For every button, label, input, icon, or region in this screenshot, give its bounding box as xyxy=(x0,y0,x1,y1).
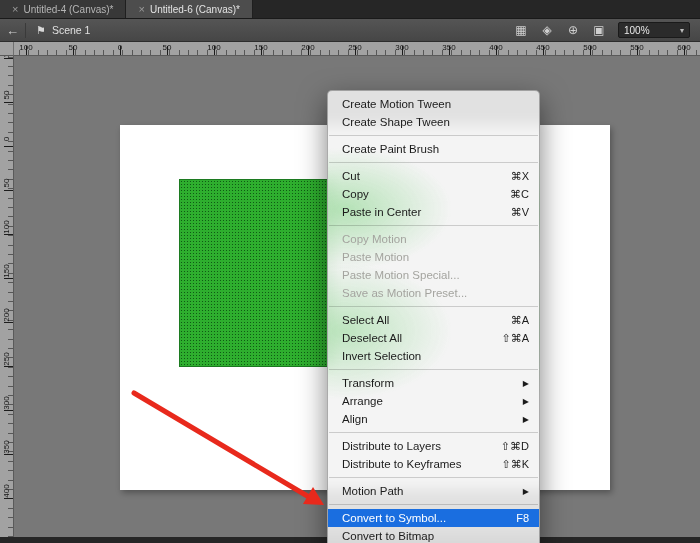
menu-item-label: Convert to Bitmap xyxy=(342,530,529,542)
context-menu: Create Motion TweenCreate Shape TweenCre… xyxy=(327,90,540,543)
menu-item-align[interactable]: Align▶ xyxy=(328,410,539,428)
ruler-label: 350 xyxy=(2,440,12,454)
ruler-label: 50 xyxy=(2,176,12,190)
selected-green-rectangle[interactable] xyxy=(180,180,330,366)
menu-item-arrange[interactable]: Arrange▶ xyxy=(328,392,539,410)
submenu-arrow-icon: ▶ xyxy=(523,487,529,496)
tab-untitled-4[interactable]: × Untitled-4 (Canvas)* xyxy=(0,0,126,18)
zoom-level-dropdown[interactable]: 100% ▾ xyxy=(618,22,690,38)
menu-item-label: Copy Motion xyxy=(342,233,529,245)
tab-untitled-6[interactable]: × Untitled-6 (Canvas)* xyxy=(126,0,252,18)
ruler-label: 50 xyxy=(163,43,172,52)
menu-item-label: Align xyxy=(342,413,511,425)
menu-item-save-as-motion-preset: Save as Motion Preset... xyxy=(328,284,539,302)
menu-item-label: Copy xyxy=(342,188,498,200)
animate-app-window: × Untitled-4 (Canvas)* × Untitled-6 (Can… xyxy=(0,0,700,543)
ruler-label: 250 xyxy=(2,352,12,366)
ruler-label: 350 xyxy=(442,43,455,52)
ruler-label: 50 xyxy=(2,88,12,102)
menu-item-label: Paste Motion xyxy=(342,251,529,263)
submenu-arrow-icon: ▶ xyxy=(523,397,529,406)
menu-item-label: Transform xyxy=(342,377,511,389)
ruler-label: 450 xyxy=(536,43,549,52)
menu-separator xyxy=(329,135,538,136)
menu-item-deselect-all[interactable]: Deselect All⇧⌘A xyxy=(328,329,539,347)
horizontal-ruler: 1005005010015020025030035040045050055060… xyxy=(0,42,700,56)
ruler-major-tick xyxy=(4,102,13,103)
menu-item-invert-selection[interactable]: Invert Selection xyxy=(328,347,539,365)
ruler-major-tick xyxy=(4,190,13,191)
menu-item-label: Distribute to Keyframes xyxy=(342,458,489,470)
menu-item-label: Create Motion Tween xyxy=(342,98,529,110)
ruler-label: 100 xyxy=(19,43,32,52)
ruler-label: 0 xyxy=(2,132,12,146)
menu-item-create-paint-brush[interactable]: Create Paint Brush xyxy=(328,140,539,158)
submenu-arrow-icon: ▶ xyxy=(523,415,529,424)
menu-item-label: Create Paint Brush xyxy=(342,143,529,155)
menu-item-create-motion-tween[interactable]: Create Motion Tween xyxy=(328,95,539,113)
ruler-major-tick xyxy=(4,366,13,367)
tab-close-icon[interactable]: × xyxy=(138,4,144,15)
ruler-major-tick xyxy=(4,58,13,59)
ruler-label: 200 xyxy=(2,308,12,322)
menu-item-motion-path[interactable]: Motion Path▶ xyxy=(328,482,539,500)
menu-item-convert-to-symbol[interactable]: Convert to Symbol...F8 xyxy=(328,509,539,527)
tab-close-icon[interactable]: × xyxy=(12,4,18,15)
menu-item-convert-to-bitmap[interactable]: Convert to Bitmap xyxy=(328,527,539,543)
edit-scene-icon[interactable]: ▦ xyxy=(508,23,534,37)
ruler-label: 400 xyxy=(2,484,12,498)
menu-separator xyxy=(329,225,538,226)
scene-icon: ⚑ xyxy=(36,24,46,37)
scene-label: Scene 1 xyxy=(52,24,91,36)
menu-item-label: Deselect All xyxy=(342,332,489,344)
ruler-label: 0 xyxy=(118,43,122,52)
back-button[interactable]: ← xyxy=(0,23,26,38)
ruler-label: 300 xyxy=(2,396,12,410)
ruler-label: 600 xyxy=(677,43,690,52)
ruler-label: 500 xyxy=(583,43,596,52)
menu-item-label: Distribute to Layers xyxy=(342,440,489,452)
menu-item-shortcut: ⌘V xyxy=(511,206,529,219)
menu-item-distribute-to-layers[interactable]: Distribute to Layers⇧⌘D xyxy=(328,437,539,455)
menu-item-label: Convert to Symbol... xyxy=(342,512,504,524)
menu-item-transform[interactable]: Transform▶ xyxy=(328,374,539,392)
menu-item-shortcut: ⇧⌘D xyxy=(501,440,529,453)
ruler-major-tick xyxy=(4,278,13,279)
ruler-label: 100 xyxy=(2,56,12,58)
ruler-label: 100 xyxy=(2,220,12,234)
ruler-label: 100 xyxy=(207,43,220,52)
menu-item-shortcut: ⌘C xyxy=(510,188,529,201)
vertical-ruler: 10050050100150200250300350400 xyxy=(0,56,14,537)
clip-options-icon[interactable]: ▣ xyxy=(586,23,612,37)
menu-item-create-shape-tween[interactable]: Create Shape Tween xyxy=(328,113,539,131)
menu-item-distribute-to-keyframes[interactable]: Distribute to Keyframes⇧⌘K xyxy=(328,455,539,473)
ruler-label: 550 xyxy=(630,43,643,52)
menu-separator xyxy=(329,504,538,505)
chevron-down-icon: ▾ xyxy=(680,26,684,35)
edit-symbols-icon[interactable]: ◈ xyxy=(534,23,560,37)
menu-separator xyxy=(329,432,538,433)
ruler-major-tick xyxy=(4,498,13,499)
menu-item-label: Paste Motion Special... xyxy=(342,269,529,281)
tab-label: Untitled-4 (Canvas)* xyxy=(23,4,113,15)
menu-separator xyxy=(329,306,538,307)
menu-item-select-all[interactable]: Select All⌘A xyxy=(328,311,539,329)
menu-separator xyxy=(329,162,538,163)
menu-item-copy[interactable]: Copy⌘C xyxy=(328,185,539,203)
scene-breadcrumb: ⚑ Scene 1 xyxy=(26,24,100,37)
menu-item-paste-in-center[interactable]: Paste in Center⌘V xyxy=(328,203,539,221)
ruler-label: 150 xyxy=(2,264,12,278)
ruler-label: 150 xyxy=(254,43,267,52)
menu-item-label: Invert Selection xyxy=(342,350,529,362)
menu-item-label: Arrange xyxy=(342,395,511,407)
menu-item-paste-motion-special: Paste Motion Special... xyxy=(328,266,539,284)
document-tab-bar: × Untitled-4 (Canvas)* × Untitled-6 (Can… xyxy=(0,0,700,19)
ruler-major-tick xyxy=(4,322,13,323)
menu-separator xyxy=(329,369,538,370)
tab-label: Untitled-6 (Canvas)* xyxy=(150,4,240,15)
menu-item-cut[interactable]: Cut⌘X xyxy=(328,167,539,185)
back-arrow-icon: ← xyxy=(6,23,19,38)
center-stage-icon[interactable]: ⊕ xyxy=(560,23,586,37)
menu-item-label: Create Shape Tween xyxy=(342,116,529,128)
submenu-arrow-icon: ▶ xyxy=(523,379,529,388)
